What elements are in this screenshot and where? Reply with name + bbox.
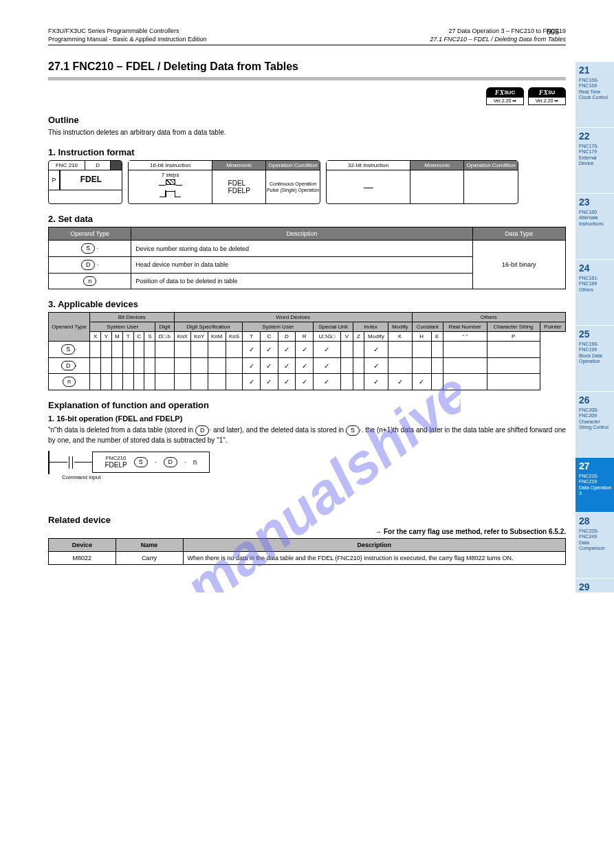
model-badge: FX3UCVer.2.20 ➡ (486, 87, 524, 105)
rel-name: Carry (116, 551, 183, 564)
funcexpl-seg1: "n"th data is deleted from a data table … (48, 426, 193, 434)
continuous-icon (129, 178, 212, 188)
related-device-table: Device Name Description M8022 Carry When… (48, 538, 566, 565)
pulse-icon (129, 188, 212, 197)
desc-d: Head device number in data table (131, 256, 472, 273)
opcond-cell: Continuous Operation Pulse (Single) Oper… (266, 170, 320, 203)
op-n: n (83, 276, 96, 287)
command-input-label: Command input (62, 474, 566, 480)
rel-col-desc: Description (183, 538, 566, 551)
desc-n: Position of data to be deleted in table (131, 273, 472, 289)
model-badge: FX3UVer.2.20 ➡ (528, 87, 566, 105)
opcond-hdr-32: Operation Condition (464, 161, 518, 170)
funcexpl-sub: 1. 16-bit operation (FDEL and FDELP) (48, 414, 566, 423)
col-datatype: Data Type (472, 227, 565, 241)
page-number: 605 (547, 27, 559, 36)
col-desc: Description (131, 227, 472, 241)
desc-s: Device number storing data to be deleted (131, 241, 472, 257)
outline-heading: Outline (48, 115, 566, 125)
inst-square (111, 161, 122, 170)
pulse-op-label: Pulse (Single) Operation (267, 187, 319, 193)
box-fnc: FNC210 (105, 456, 127, 462)
steps-icons: 7 steps (129, 170, 212, 203)
fdelp-row: FDELP (228, 187, 250, 194)
related-heading: Related device (48, 515, 566, 525)
box-name: FDELP (105, 461, 127, 469)
box-op-n: n (193, 458, 197, 466)
header-left-2: Programming Manual - Basic & Applied Ins… (48, 36, 207, 44)
mnemonic-hdr-32: Mnemonic (410, 161, 464, 170)
inst-mnemonic: FDEL (60, 170, 122, 190)
instruction-format-row: FNC 210 D P FDEL 16-bit Instruction Mnem… (48, 160, 566, 204)
related-link: → For the carry flag use method, refer t… (48, 528, 566, 535)
thirtytwo-bit-card: 32-bit Instruction Mnemonic Operation Co… (326, 160, 518, 204)
setdata-heading: 2. Set data (48, 214, 566, 224)
inst-fnc: FNC 210 (49, 161, 85, 170)
cont-op-label: Continuous Operation (270, 181, 316, 187)
rel-col-name: Name (116, 538, 183, 551)
funcexpl-heading: Explanation of function and operation (48, 400, 566, 410)
op-d: D (81, 260, 96, 270)
sixteen-bit-label: 16-bit Instruction (129, 161, 212, 170)
funcexpl-para: "n"th data is deleted from a data table … (48, 425, 566, 445)
model-badges: FX3UCVer.2.20 ➡FX3UVer.2.20 ➡ (48, 87, 566, 105)
opcond-hdr: Operation Condition (266, 161, 320, 170)
funcexpl-seg2: and later), and the deleted data is stor… (213, 426, 344, 434)
header-right-1: 27 Data Operation 3 – FNC210 to FNC219 (430, 27, 566, 36)
rel-col-device: Device (49, 538, 116, 551)
title-rule (48, 77, 566, 80)
inst-d: D (85, 161, 111, 170)
ladder-diagram: FNC210 FDELP S· D· n (48, 451, 566, 474)
sixteen-bit-card: 16-bit Instruction Mnemonic Operation Co… (128, 160, 320, 204)
document-page: 605 FX3U/FX3UC Series Programmable Contr… (0, 0, 614, 592)
rel-desc: When there is no data in the data table … (183, 551, 566, 564)
setdata-table: Operand Type Description Data Type S · D… (48, 227, 566, 289)
steps-label: 7 steps (129, 172, 212, 178)
ref-d: D (195, 425, 210, 436)
op-s: S (81, 243, 95, 254)
applicable-devices-table: Operand TypeBit DevicesWord DevicesOther… (48, 312, 566, 390)
instruction-card: FNC 210 D P FDEL (48, 160, 122, 204)
running-header: FX3U/FX3UC Series Programmable Controlle… (48, 27, 566, 45)
rel-device: M8022 (49, 551, 116, 564)
mnemonic-hdr: Mnemonic (212, 161, 266, 170)
appl-heading: 3. Applicable devices (48, 299, 566, 309)
thirtytwo-dash: — (327, 170, 410, 203)
fdel-row: FDEL (228, 179, 250, 187)
header-right-2: 27.1 FNC210 – FDEL / Deleting Data from … (430, 36, 566, 44)
box-op-s: S (134, 457, 148, 467)
ref-s: S (346, 425, 360, 436)
thirtytwo-bit-label: 32-bit Instruction (327, 161, 410, 170)
box-op-d: D (164, 457, 178, 467)
header-left-1: FX3U/FX3UC Series Programmable Controlle… (48, 27, 207, 36)
ladder-instruction-box: FNC210 FDELP S· D· n (92, 452, 210, 474)
col-operand: Operand Type (49, 227, 131, 241)
page-title: 27.1 FNC210 – FDEL / Deleting Data from … (48, 60, 566, 73)
datatype-val: 16-bit binary (472, 241, 565, 289)
contact-icon (69, 456, 73, 469)
inst-p: P (49, 170, 60, 190)
instr-fmt-heading: 1. Instruction format (48, 147, 566, 157)
mnemonic-cell: FDEL FDELP (212, 170, 266, 203)
outline-text: This instruction deletes an arbitrary da… (48, 128, 566, 137)
